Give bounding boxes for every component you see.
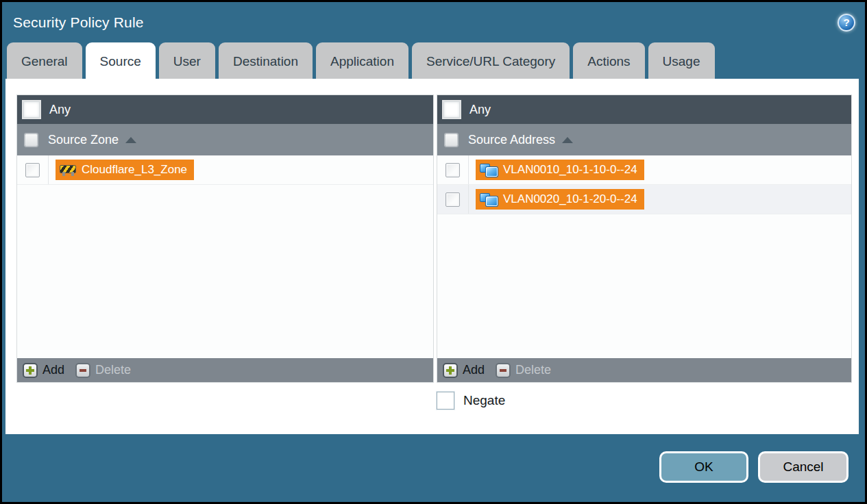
dialog-title: Security Policy Rule (13, 14, 144, 31)
source-zone-list: Cloudflare_L3_Zone (17, 155, 433, 358)
minus-icon (75, 363, 90, 378)
tab-destination[interactable]: Destination (219, 42, 313, 79)
sort-asc-icon (125, 137, 136, 143)
object-chip[interactable]: VLAN0020_10-1-20-0--24 (476, 189, 644, 210)
tab-general[interactable]: General (7, 42, 82, 79)
object-chip[interactable]: Cloudflare_L3_Zone (56, 160, 194, 180)
source-zone-footer: Add Delete (17, 358, 433, 382)
dialog-content: Any Source Zone Cloudflare_L3_Zone Add D… (5, 79, 859, 434)
dialog-bottombar: OK Cancel (2, 434, 865, 500)
source-zone-panel: Any Source Zone Cloudflare_L3_Zone Add D… (16, 94, 434, 383)
object-label: Cloudflare_L3_Zone (82, 163, 187, 177)
delete-button[interactable]: Delete (496, 363, 551, 378)
select-all-checkbox[interactable] (445, 134, 458, 147)
tab-source[interactable]: Source (86, 42, 156, 79)
address-icon (480, 164, 498, 177)
object-label: VLAN0010_10-1-10-0--24 (503, 163, 637, 177)
negate-label: Negate (463, 393, 505, 408)
source-address-panel: Any Source Address VLAN0010_10-1-10-0--2… (437, 94, 852, 383)
help-icon[interactable]: ? (838, 14, 855, 32)
object-label: VLAN0020_10-1-20-0--24 (503, 192, 637, 206)
any-checkbox[interactable] (443, 101, 460, 118)
delete-button[interactable]: Delete (75, 363, 131, 378)
negate-checkbox[interactable] (437, 392, 454, 410)
table-row: Cloudflare_L3_Zone (17, 155, 433, 185)
row-checkbox[interactable] (25, 163, 40, 177)
any-label: Any (469, 103, 491, 117)
tab-user[interactable]: User (159, 42, 215, 79)
add-button-label: Add (42, 363, 64, 377)
source-address-any-header: Any (437, 95, 851, 124)
row-checkbox[interactable] (445, 163, 460, 177)
any-label: Any (49, 103, 71, 117)
add-button[interactable]: Add (443, 363, 485, 378)
row-checkbox-cell (17, 155, 49, 184)
plus-icon (443, 363, 458, 378)
tab-service-url-category[interactable]: Service/URL Category (412, 42, 570, 79)
select-all-checkbox[interactable] (25, 134, 38, 147)
table-row: VLAN0020_10-1-20-0--24 (437, 185, 851, 214)
dialog-titlebar: Security Policy Rule ? (2, 2, 865, 42)
add-button[interactable]: Add (23, 363, 64, 378)
delete-button-label: Delete (95, 363, 131, 377)
source-zone-column-header[interactable]: Source Zone (17, 124, 433, 155)
tab-bar: GeneralSourceUserDestinationApplicationS… (2, 42, 865, 79)
row-checkbox-cell (437, 155, 469, 184)
negate-row: Negate (437, 392, 853, 410)
source-address-column-header[interactable]: Source Address (437, 124, 851, 155)
zone-icon (60, 164, 76, 176)
tab-usage[interactable]: Usage (648, 42, 715, 79)
source-panels: Any Source Zone Cloudflare_L3_Zone Add D… (16, 94, 853, 383)
add-button-label: Add (463, 363, 485, 377)
delete-button-label: Delete (515, 363, 551, 377)
minus-icon (496, 363, 511, 378)
column-header-label: Source Address (468, 133, 555, 147)
source-address-footer: Add Delete (437, 358, 851, 382)
any-checkbox[interactable] (23, 101, 40, 118)
security-policy-rule-dialog: Security Policy Rule ? GeneralSourceUser… (0, 0, 867, 504)
table-row: VLAN0010_10-1-10-0--24 (437, 155, 851, 185)
address-icon (480, 193, 498, 206)
source-zone-any-header: Any (17, 95, 433, 124)
plus-icon (23, 363, 38, 378)
column-header-label: Source Zone (48, 133, 119, 147)
ok-button[interactable]: OK (659, 451, 748, 483)
tab-application[interactable]: Application (316, 42, 408, 79)
row-checkbox-cell (437, 185, 469, 214)
sort-asc-icon (562, 137, 573, 143)
object-chip[interactable]: VLAN0010_10-1-10-0--24 (476, 160, 644, 180)
row-checkbox[interactable] (445, 192, 460, 207)
cancel-button[interactable]: Cancel (758, 451, 848, 483)
source-address-list: VLAN0010_10-1-10-0--24VLAN0020_10-1-20-0… (437, 155, 851, 358)
tab-actions[interactable]: Actions (573, 42, 644, 79)
